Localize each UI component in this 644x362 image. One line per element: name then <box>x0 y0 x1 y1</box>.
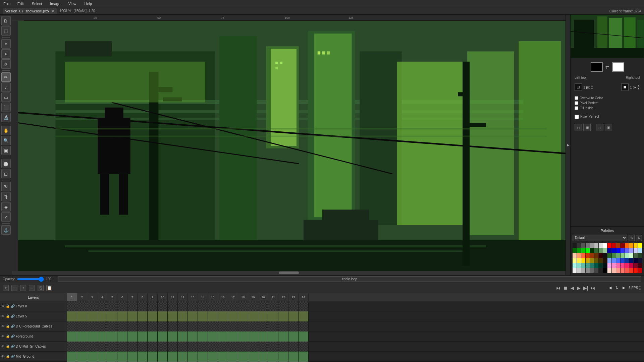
menu-help[interactable]: Help <box>83 1 94 6</box>
frame-num-21[interactable]: 21 <box>268 293 278 301</box>
frame-cell[interactable] <box>158 352 168 362</box>
frame-cell[interactable] <box>208 311 218 321</box>
frame-cell[interactable] <box>67 321 77 331</box>
eraser-tool[interactable]: ◻ <box>1 169 11 178</box>
frame-cell[interactable] <box>168 331 178 342</box>
color-cell[interactable] <box>634 253 638 258</box>
rotate-tool[interactable]: ↻ <box>1 182 11 191</box>
frame-cell[interactable] <box>218 331 228 342</box>
color-cell[interactable] <box>594 258 598 263</box>
color-cell[interactable] <box>621 253 625 258</box>
anchor-tool[interactable]: ⚓ <box>1 225 11 235</box>
frame-cell[interactable] <box>127 352 138 362</box>
frame-num-4[interactable]: 4 <box>97 293 107 301</box>
color-cell[interactable] <box>616 248 620 253</box>
frame-cell[interactable] <box>97 342 107 352</box>
color-cell[interactable] <box>594 243 598 248</box>
marquee-tool[interactable]: ⬚ <box>1 26 11 36</box>
frame-cell[interactable] <box>248 342 258 352</box>
frame-cell[interactable] <box>77 331 87 342</box>
color-cell[interactable] <box>573 243 577 248</box>
color-cell[interactable] <box>607 258 611 263</box>
frame-cell[interactable] <box>198 301 208 311</box>
prev-frame-btn[interactable]: ◀ <box>570 285 575 291</box>
frame-cell[interactable] <box>168 301 178 311</box>
frame-num-1[interactable]: 1 <box>67 293 77 301</box>
color-cell[interactable] <box>577 268 581 273</box>
frame-cell[interactable] <box>178 301 188 311</box>
canvas-scrollbar[interactable] <box>12 271 566 275</box>
frame-cell[interactable] <box>97 311 107 321</box>
frame-cell[interactable] <box>148 352 158 362</box>
right-size-stepper[interactable]: ▲ ▼ <box>637 84 640 90</box>
color-cell[interactable] <box>629 268 633 273</box>
shape-btn-4[interactable]: ▣ <box>605 124 612 131</box>
color-cell[interactable] <box>603 253 607 258</box>
frame-cell[interactable] <box>268 331 278 342</box>
frame-cell[interactable] <box>158 311 168 321</box>
goto-last-btn[interactable]: ⏭ <box>590 285 596 291</box>
frame-cell[interactable] <box>288 321 299 331</box>
color-cell[interactable] <box>594 248 598 253</box>
frame-cell[interactable] <box>158 301 168 311</box>
color-cell[interactable] <box>634 268 638 273</box>
shape-btn-3[interactable]: ◻ <box>596 124 603 131</box>
layer-row-mg[interactable]: 👁 🔒 🔗 Mid_Ground <box>0 352 67 362</box>
frame-cell[interactable] <box>168 311 178 321</box>
frame-cell[interactable] <box>238 301 248 311</box>
right-color-swatch[interactable] <box>612 62 624 72</box>
frame-cell[interactable] <box>168 321 178 331</box>
frame-cell[interactable] <box>208 301 218 311</box>
remove-frame-btn[interactable]: − <box>11 285 17 291</box>
layer-link-icon-8[interactable]: 🔗 <box>11 304 15 308</box>
fill-tool[interactable]: ⬛ <box>1 103 11 112</box>
frame-cell[interactable] <box>299 301 309 311</box>
frame-cell[interactable] <box>228 331 238 342</box>
color-cell[interactable] <box>612 253 616 258</box>
frame-cell[interactable] <box>278 321 288 331</box>
left-size-up[interactable]: ▲ <box>591 84 593 87</box>
frame-cell[interactable] <box>299 352 309 362</box>
frame-cell[interactable] <box>148 342 158 352</box>
color-cell[interactable] <box>638 263 642 268</box>
move-up-btn[interactable]: ↑ <box>20 285 26 291</box>
frame-cell[interactable] <box>268 301 278 311</box>
scrollbar-thumb[interactable] <box>279 272 299 274</box>
frame-cell[interactable] <box>87 321 97 331</box>
stop-btn[interactable]: ⏹ <box>562 285 569 291</box>
goto-first-btn[interactable]: ⏮ <box>555 285 561 291</box>
frame-cell[interactable] <box>238 352 248 362</box>
brush-tool[interactable]: ⬤ <box>1 159 11 168</box>
color-cell[interactable] <box>599 253 603 258</box>
frame-cell[interactable] <box>97 301 107 311</box>
color-cell[interactable] <box>638 243 642 248</box>
frame-cell[interactable] <box>87 311 97 321</box>
color-cell[interactable] <box>612 263 616 268</box>
color-cell[interactable] <box>634 258 638 263</box>
frame-cell[interactable] <box>208 352 218 362</box>
frame-cell[interactable] <box>258 331 268 342</box>
color-cell[interactable] <box>590 253 594 258</box>
frame-cell[interactable] <box>138 301 148 311</box>
right-size-up[interactable]: ▲ <box>637 84 640 87</box>
frame-cell[interactable] <box>258 311 268 321</box>
layer-link-icon-mgc[interactable]: 🔗 <box>11 345 15 348</box>
frame-cell[interactable] <box>268 321 278 331</box>
frame-cell[interactable] <box>127 301 138 311</box>
right-brush-preview[interactable] <box>621 83 629 91</box>
line-tool[interactable]: / <box>1 82 11 92</box>
right-panel-expander[interactable]: ▶ <box>566 15 570 275</box>
frame-cell[interactable] <box>178 331 188 342</box>
layer-row-fg-cables[interactable]: 👁 🔒 🔗 D C Foreground_Cables <box>0 321 67 331</box>
frame-num-5[interactable]: 5 <box>107 293 117 301</box>
frame-cell[interactable] <box>258 342 268 352</box>
frame-cell[interactable] <box>278 352 288 362</box>
layer-row-layer5[interactable]: 👁 🔒 🔗 Layer 5 <box>0 311 67 321</box>
frame-num-2[interactable]: 2 <box>77 293 87 301</box>
frame-cell[interactable] <box>117 331 127 342</box>
layer-lock-icon-mg[interactable]: 🔒 <box>6 355 10 358</box>
frame-cell[interactable] <box>288 352 299 362</box>
color-cell[interactable] <box>612 258 616 263</box>
color-cell[interactable] <box>621 258 625 263</box>
frame-cell[interactable] <box>258 301 268 311</box>
